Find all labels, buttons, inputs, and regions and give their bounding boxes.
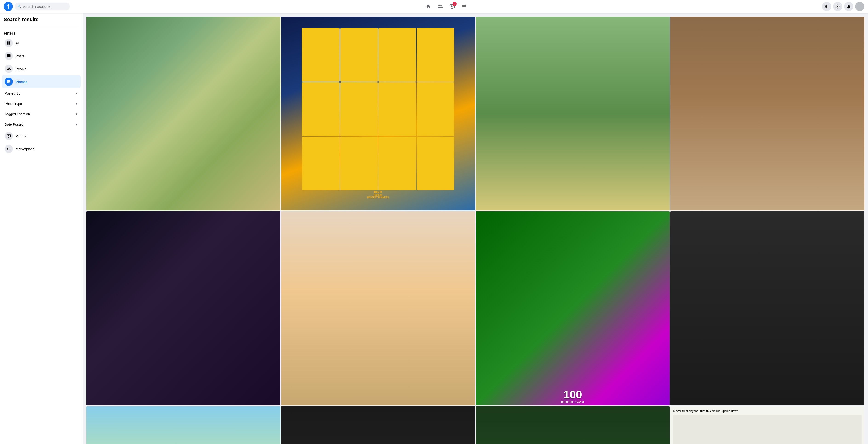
sidebar-item-videos[interactable]: Videos xyxy=(2,129,81,142)
filter-photo-type[interactable]: Photo Type ▼ xyxy=(2,98,81,109)
marketplace-icon xyxy=(461,4,467,9)
photo-cell[interactable]: Never trust anyone, turn this picture up… xyxy=(671,406,864,444)
photo-cell[interactable] xyxy=(87,211,280,405)
navbar-left: f 🔍 xyxy=(4,2,70,11)
svg-rect-11 xyxy=(7,43,8,45)
photo-cell[interactable]: 100 BABAR AZAM xyxy=(476,211,670,405)
tagged-location-chevron: ▼ xyxy=(75,113,78,116)
people-icon xyxy=(5,65,13,73)
navbar-center: 6 xyxy=(72,1,820,12)
svg-point-7 xyxy=(826,7,827,8)
facebook-logo-text: f xyxy=(7,3,9,9)
photo-cell[interactable] xyxy=(671,211,864,405)
svg-point-0 xyxy=(825,5,826,5)
watch-badge: 6 xyxy=(453,2,457,6)
svg-point-1 xyxy=(826,5,827,5)
sidebar-all-label: All xyxy=(16,41,20,45)
svg-rect-12 xyxy=(9,43,10,45)
posts-icon xyxy=(5,52,13,60)
navbar-right xyxy=(822,2,864,11)
photos-icon xyxy=(5,78,13,86)
photo-cell[interactable]: BREAKING NEWS FROM xyxy=(476,406,670,444)
nav-watch-button[interactable]: 6 xyxy=(446,1,458,12)
filter-tagged-location[interactable]: Tagged Location ▼ xyxy=(2,109,81,119)
sidebar-item-all[interactable]: All xyxy=(2,36,81,50)
svg-point-2 xyxy=(828,5,829,5)
sidebar-marketplace-label: Marketplace xyxy=(16,147,34,151)
marketplace-sidebar-icon xyxy=(5,145,13,153)
nav-home-button[interactable] xyxy=(423,1,434,12)
sidebar-people-label: People xyxy=(16,67,26,71)
sidebar-item-marketplace[interactable]: Marketplace xyxy=(2,142,81,155)
nav-friends-button[interactable] xyxy=(435,1,445,12)
sidebar-videos-label: Videos xyxy=(16,134,26,138)
sidebar-item-photos[interactable]: Photos xyxy=(2,75,81,88)
sidebar: Search results Filters All Posts xyxy=(0,13,83,444)
sidebar-photos-label: Photos xyxy=(16,80,27,84)
facebook-logo[interactable]: f xyxy=(4,2,13,11)
all-icon xyxy=(5,39,13,47)
filters-label: Filters xyxy=(2,29,81,36)
content-area: FIFA 23RatingsFASTEST PLAYERS 100 BABAR … xyxy=(83,13,868,444)
apps-menu-button[interactable] xyxy=(822,2,831,11)
sidebar-posts-label: Posts xyxy=(16,54,24,58)
photo-cell[interactable]: BREAKING NEWS FROM xyxy=(281,406,475,444)
photo-cell[interactable] xyxy=(87,17,280,210)
svg-point-8 xyxy=(828,7,829,8)
date-posted-label: Date Posted xyxy=(5,122,24,126)
messenger-button[interactable] xyxy=(833,2,842,11)
posted-by-label: Posted By xyxy=(5,91,20,95)
photo-type-label: Photo Type xyxy=(5,102,22,106)
sidebar-item-posts[interactable]: Posts xyxy=(2,50,81,62)
svg-point-5 xyxy=(828,6,829,7)
videos-icon xyxy=(5,132,13,140)
main-layout: Search results Filters All Posts xyxy=(0,0,868,444)
tagged-location-label: Tagged Location xyxy=(5,112,30,116)
sidebar-item-people[interactable]: People xyxy=(2,62,81,75)
posted-by-chevron: ▼ xyxy=(75,92,78,95)
filter-date-posted[interactable]: Date Posted ▼ xyxy=(2,119,81,129)
messenger-icon xyxy=(835,4,840,9)
svg-rect-10 xyxy=(9,41,10,42)
home-icon xyxy=(425,4,431,9)
search-input[interactable] xyxy=(23,5,67,8)
search-bar: 🔍 xyxy=(15,3,70,10)
filter-posted-by[interactable]: Posted By ▼ xyxy=(2,88,81,98)
svg-rect-9 xyxy=(7,41,8,42)
profile-avatar-button[interactable] xyxy=(855,2,864,11)
grid-icon xyxy=(824,4,829,9)
photo-cell[interactable] xyxy=(671,17,864,210)
nav-marketplace-button[interactable] xyxy=(459,1,469,12)
photo-cell[interactable] xyxy=(87,406,280,444)
photo-cell[interactable] xyxy=(281,211,475,405)
notifications-button[interactable] xyxy=(844,2,853,11)
svg-point-6 xyxy=(825,7,826,8)
svg-point-3 xyxy=(825,6,826,7)
photo-cell[interactable] xyxy=(476,17,670,210)
bell-icon xyxy=(846,4,851,9)
friends-icon xyxy=(437,4,443,9)
page-title: Search results xyxy=(2,17,81,25)
avatar xyxy=(855,2,864,11)
photo-type-chevron: ▼ xyxy=(75,102,78,106)
navbar: f 🔍 6 xyxy=(0,0,868,13)
photos-grid: FIFA 23RatingsFASTEST PLAYERS 100 BABAR … xyxy=(87,17,864,444)
search-icon: 🔍 xyxy=(18,4,22,8)
date-posted-chevron: ▼ xyxy=(75,123,78,126)
photo-cell[interactable]: FIFA 23RatingsFASTEST PLAYERS xyxy=(281,17,475,210)
svg-point-4 xyxy=(826,6,827,7)
